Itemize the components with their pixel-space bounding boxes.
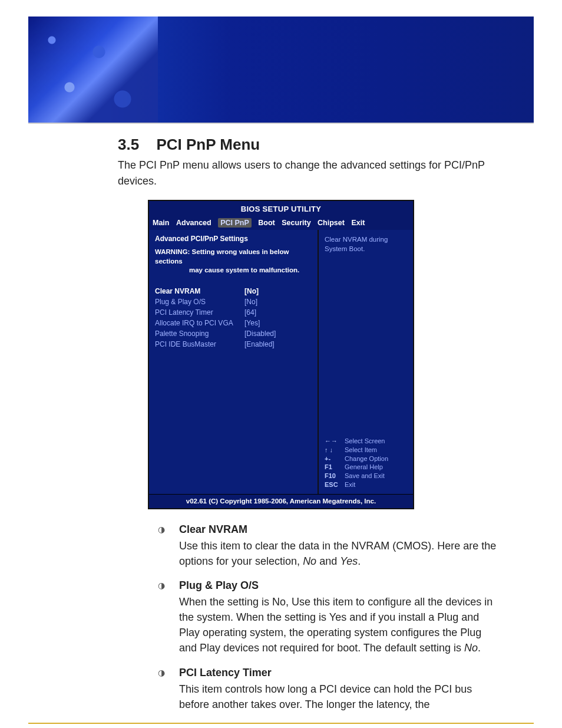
setting-pci-ide-busmaster[interactable]: PCI IDE BusMaster [Enabled] <box>155 339 313 350</box>
bios-tab-chipset[interactable]: Chipset <box>318 219 345 227</box>
option-title: PCI Latency Timer <box>179 667 498 679</box>
bios-title: BIOS SETUP UTILITY <box>149 201 413 216</box>
option-descriptions: ◑ Clear NVRAM Use this item to clear the… <box>158 523 498 712</box>
bullet-icon: ◑ <box>158 525 166 533</box>
setting-label: Clear NVRAM <box>155 286 244 297</box>
option-title: Plug & Play O/S <box>179 579 498 592</box>
bios-tab-security[interactable]: Security <box>282 219 310 227</box>
section-number: 3.5 <box>118 136 139 153</box>
key-row: F10Save and Exit <box>325 472 408 480</box>
key-row: F1General Help <box>325 463 408 472</box>
key-desc: Exit <box>345 480 355 489</box>
key-row: ←→Select Screen <box>325 437 408 446</box>
header-banner-image <box>28 17 534 124</box>
option-plug-play-os: ◑ Plug & Play O/S When the setting is No… <box>158 579 498 655</box>
key-row: ESCExit <box>325 480 408 489</box>
footer-divider <box>28 723 534 724</box>
key: ←→ <box>325 437 345 446</box>
section-heading: 3.5 PCI PnP Menu <box>118 136 534 154</box>
bios-tab-main[interactable]: Main <box>153 219 169 227</box>
bios-warning-line1: WARNING: Setting wrong values in below s… <box>155 248 289 265</box>
setting-label: Allocate IRQ to PCI VGA <box>155 318 244 328</box>
key-row: +-Change Option <box>325 454 408 463</box>
bios-warning: WARNING: Setting wrong values in below s… <box>155 248 313 275</box>
option-title: Clear NVRAM <box>179 523 498 536</box>
setting-value: [Yes] <box>244 318 260 328</box>
setting-pci-latency[interactable]: PCI Latency Timer [64] <box>155 307 313 318</box>
section-intro: The PCI PnP menu allows users to change … <box>118 157 491 189</box>
setting-palette-snooping[interactable]: Palette Snooping [Disabled] <box>155 328 313 339</box>
setting-label: PCI Latency Timer <box>155 307 244 318</box>
setting-value: [No] <box>244 297 257 307</box>
option-desc: Use this item to clear the data in the N… <box>179 538 498 569</box>
option-desc: This item controls how long a PCI device… <box>179 681 498 712</box>
bios-tab-boot[interactable]: Boot <box>258 219 275 227</box>
key-desc: Select Item <box>345 446 377 454</box>
key-row: ↑ ↓Select Item <box>325 446 408 454</box>
bios-tab-bar: Main Advanced PCI PnP Boot Security Chip… <box>149 216 413 230</box>
key-desc: Change Option <box>345 454 388 463</box>
setting-plug-play-os[interactable]: Plug & Play O/S [No] <box>155 297 313 307</box>
key: +- <box>325 454 345 463</box>
key-desc: Save and Exit <box>345 472 385 480</box>
option-clear-nvram: ◑ Clear NVRAM Use this item to clear the… <box>158 523 498 569</box>
bios-subheading: Advanced PCI/PnP Settings <box>155 235 313 243</box>
bullet-icon: ◑ <box>158 668 166 676</box>
setting-value: [Enabled] <box>244 339 275 350</box>
bios-right-pane: Clear NVRAM during System Boot. ←→Select… <box>318 230 413 494</box>
bios-tab-exit[interactable]: Exit <box>351 219 365 227</box>
key: ESC <box>325 480 345 489</box>
setting-label: Palette Snooping <box>155 328 244 339</box>
setting-label: Plug & Play O/S <box>155 297 244 307</box>
bios-warning-line2: may cause system to malfunction. <box>155 266 299 274</box>
setting-value: [Disabled] <box>244 328 276 339</box>
document-page: 3.5 PCI PnP Menu The PCI PnP menu allows… <box>0 17 562 728</box>
key-desc: Select Screen <box>345 437 385 446</box>
option-desc: When the setting is No, Use this item to… <box>179 594 498 655</box>
bios-item-help: Clear NVRAM during System Boot. <box>325 235 408 253</box>
key-desc: General Help <box>345 463 383 472</box>
setting-clear-nvram[interactable]: Clear NVRAM [No] <box>155 286 313 297</box>
bios-key-help: ←→Select Screen ↑ ↓Select Item +-Change … <box>325 437 408 489</box>
setting-allocate-irq[interactable]: Allocate IRQ to PCI VGA [Yes] <box>155 318 313 328</box>
setting-label: PCI IDE BusMaster <box>155 339 244 350</box>
bullet-icon: ◑ <box>158 581 166 589</box>
bios-screenshot: BIOS SETUP UTILITY Main Advanced PCI PnP… <box>148 200 414 509</box>
brand-logo: ACNODES <box>28 725 562 728</box>
setting-value: [64] <box>244 307 256 318</box>
bios-footer: v02.61 (C) Copyright 1985-2006, American… <box>149 494 413 508</box>
key: F10 <box>325 472 345 480</box>
bios-left-pane: Advanced PCI/PnP Settings WARNING: Setti… <box>149 230 318 494</box>
key: F1 <box>325 463 345 472</box>
key: ↑ ↓ <box>325 446 345 454</box>
setting-value: [No] <box>244 286 259 297</box>
option-pci-latency-timer: ◑ PCI Latency Timer This item controls h… <box>158 667 498 712</box>
bios-body: Advanced PCI/PnP Settings WARNING: Setti… <box>149 230 413 494</box>
bios-tab-advanced[interactable]: Advanced <box>176 219 211 227</box>
bios-tab-pcipnp[interactable]: PCI PnP <box>218 218 252 228</box>
section-title: PCI PnP Menu <box>156 136 260 153</box>
